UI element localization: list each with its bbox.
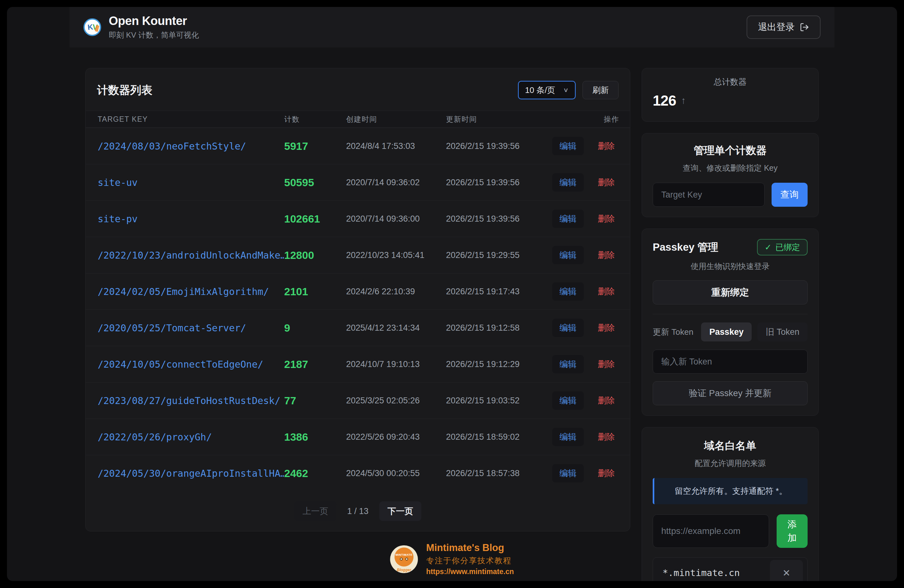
row-key-link[interactable]: /2020/05/25/Tomcat-Server/ bbox=[86, 322, 284, 334]
manage-counter-title: 管理单个计数器 bbox=[653, 144, 808, 158]
row-actions: 编辑 删除 bbox=[550, 246, 630, 264]
app-subtitle: 即刻 KV 计数，简单可视化 bbox=[109, 30, 199, 40]
row-created-time: 2025/3/25 02:05:26 bbox=[346, 396, 446, 406]
owl-eyes-icon bbox=[400, 558, 408, 561]
page-size-value: 10 条/页 bbox=[525, 85, 555, 96]
delete-button[interactable]: 删除 bbox=[592, 464, 621, 482]
edit-button[interactable]: 编辑 bbox=[552, 428, 584, 446]
counter-list-card: 计数器列表 10 条/页 ∨ 刷新 TARGET KEY 计数 创建时间 更新时… bbox=[85, 68, 630, 531]
app-title: Open Kounter bbox=[109, 14, 199, 28]
tab-old-token[interactable]: 旧 Token bbox=[757, 322, 808, 341]
logout-icon bbox=[800, 22, 809, 32]
add-domain-button[interactable]: 添加 bbox=[777, 514, 808, 548]
row-updated-time: 2026/2/15 19:39:56 bbox=[446, 141, 550, 151]
footer: MINTIMATE Blogger Mintimate's Blog 专注于你分… bbox=[390, 542, 514, 576]
delete-button[interactable]: 删除 bbox=[592, 319, 621, 337]
passkey-card: Passkey 管理 ✓ 已绑定 使用生物识别快速登录 重新绑定 更新 Toke… bbox=[642, 229, 819, 416]
logout-button[interactable]: 退出登录 bbox=[747, 16, 820, 39]
delete-button[interactable]: 删除 bbox=[592, 173, 621, 191]
delete-button[interactable]: 删除 bbox=[592, 391, 621, 410]
row-created-time: 2022/5/26 09:20:43 bbox=[346, 432, 446, 442]
row-updated-time: 2026/2/15 19:17:43 bbox=[446, 287, 550, 297]
row-created-time: 2025/4/12 23:14:34 bbox=[346, 323, 446, 333]
passkey-title: Passkey 管理 bbox=[653, 240, 718, 254]
row-key-link[interactable]: /2024/02/05/EmojiMixAlgorithm/ bbox=[86, 286, 284, 297]
refresh-button[interactable]: 刷新 bbox=[583, 81, 619, 99]
row-count: 9 bbox=[284, 322, 346, 334]
counter-list-header: 计数器列表 10 条/页 ∨ 刷新 bbox=[86, 68, 630, 111]
table-row: /2020/05/25/Tomcat-Server/ 9 2025/4/12 2… bbox=[86, 310, 630, 346]
row-created-time: 2020/7/14 09:36:00 bbox=[346, 214, 446, 224]
logout-label: 退出登录 bbox=[758, 21, 795, 33]
total-counters-value: 126 bbox=[653, 92, 676, 109]
row-key-link[interactable]: /2024/05/30/orangeAIproInstallHA… bbox=[86, 468, 284, 479]
app-container: K V Open Kounter 即刻 KV 计数，简单可视化 退出登录 bbox=[7, 7, 897, 581]
row-key-link[interactable]: site-uv bbox=[86, 177, 284, 188]
domain-input[interactable] bbox=[653, 514, 769, 548]
table-row: /2024/10/05/connectToEdgeOne/ 2187 2024/… bbox=[86, 346, 630, 382]
table-row: /2022/05/26/proxyGh/ 1386 2022/5/26 09:2… bbox=[86, 419, 630, 455]
manage-counter-form: 查询 bbox=[653, 183, 808, 207]
divider bbox=[653, 314, 808, 314]
delete-button[interactable]: 删除 bbox=[592, 137, 621, 155]
delete-button[interactable]: 删除 bbox=[592, 428, 621, 446]
whitelist-add-form: 添加 bbox=[653, 514, 808, 548]
row-updated-time: 2026/2/15 19:03:52 bbox=[446, 396, 550, 406]
mintimate-logo-inner: MINTIMATE bbox=[395, 547, 413, 566]
delete-button[interactable]: 删除 bbox=[592, 210, 621, 228]
app-header: K V Open Kounter 即刻 KV 计数，简单可视化 退出登录 bbox=[70, 7, 834, 47]
row-actions: 编辑 删除 bbox=[550, 355, 630, 373]
row-actions: 编辑 删除 bbox=[550, 137, 630, 155]
delete-button[interactable]: 删除 bbox=[592, 282, 621, 300]
row-created-time: 2024/5/30 00:20:55 bbox=[346, 468, 446, 478]
edit-button[interactable]: 编辑 bbox=[552, 173, 584, 191]
row-key-link[interactable]: site-pv bbox=[86, 213, 284, 224]
edit-button[interactable]: 编辑 bbox=[552, 210, 584, 228]
target-key-input[interactable] bbox=[653, 183, 765, 207]
edit-button[interactable]: 编辑 bbox=[552, 319, 584, 337]
row-count: 5917 bbox=[284, 140, 346, 152]
row-key-link[interactable]: /2024/10/05/connectToEdgeOne/ bbox=[86, 359, 284, 370]
previous-page-button[interactable]: 上一页 bbox=[294, 501, 336, 521]
edit-button[interactable]: 编辑 bbox=[552, 355, 584, 373]
passkey-title-row: Passkey 管理 ✓ 已绑定 bbox=[653, 239, 808, 255]
edit-button[interactable]: 编辑 bbox=[552, 464, 584, 482]
edit-button[interactable]: 编辑 bbox=[552, 282, 584, 300]
new-token-input[interactable] bbox=[653, 349, 808, 374]
query-button[interactable]: 查询 bbox=[771, 183, 808, 207]
row-updated-time: 2026/2/15 19:12:29 bbox=[446, 359, 550, 369]
row-created-time: 2024/2/6 22:10:39 bbox=[346, 287, 446, 297]
pagination: 上一页 1 / 13 下一页 bbox=[86, 491, 630, 531]
page-size-select[interactable]: 10 条/页 ∨ bbox=[518, 81, 575, 99]
whitelist-items: *.mintimate.cn ✕ mintimate.cn ✕ bbox=[653, 557, 808, 581]
edit-button[interactable]: 编辑 bbox=[552, 391, 584, 410]
footer-url-link[interactable]: https://www.mintimate.cn bbox=[426, 567, 514, 576]
row-key-link[interactable]: /2022/05/26/proxyGh/ bbox=[86, 432, 284, 443]
row-key-link[interactable]: /2023/08/27/guideToHostRustDesk/ bbox=[86, 395, 284, 406]
rebind-button[interactable]: 重新绑定 bbox=[653, 280, 808, 304]
table-header-row: TARGET KEY 计数 创建时间 更新时间 操作 bbox=[86, 111, 630, 128]
footer-text: Mintimate's Blog 专注于你分享技术教程 https://www.… bbox=[426, 542, 514, 576]
row-key-link[interactable]: /2024/08/03/neoFetchStyle/ bbox=[86, 141, 284, 152]
verify-passkey-button[interactable]: 验证 Passkey 并更新 bbox=[653, 381, 808, 405]
row-created-time: 2022/10/23 14:05:41 bbox=[346, 250, 446, 260]
footer-tagline: 专注于你分享技术教程 bbox=[426, 555, 514, 566]
domain-whitelist-card: 域名白名单 配置允许调用的来源 留空允许所有。支持通配符 *。 添加 *.min… bbox=[642, 427, 819, 581]
tab-passkey[interactable]: Passkey bbox=[701, 322, 752, 341]
table-row: /2024/02/05/EmojiMixAlgorithm/ 2101 2024… bbox=[86, 273, 630, 310]
row-actions: 编辑 删除 bbox=[550, 428, 630, 446]
row-count: 1386 bbox=[284, 431, 346, 443]
mintimate-logo-sub: Blogger bbox=[390, 568, 418, 572]
next-page-button[interactable]: 下一页 bbox=[379, 501, 421, 521]
brand-text: Open Kounter 即刻 KV 计数，简单可视化 bbox=[109, 14, 199, 40]
row-key-link[interactable]: /2022/10/23/androidUnlockAndMake… bbox=[86, 250, 284, 261]
edit-button[interactable]: 编辑 bbox=[552, 137, 584, 155]
whitelist-item: *.mintimate.cn ✕ bbox=[653, 557, 808, 581]
delete-button[interactable]: 删除 bbox=[592, 355, 621, 373]
edit-button[interactable]: 编辑 bbox=[552, 246, 584, 264]
total-counters-card: 总计数器 126 ↑ bbox=[642, 68, 819, 122]
table-row: /2024/05/30/orangeAIproInstallHA… 2462 2… bbox=[86, 455, 630, 491]
delete-button[interactable]: 删除 bbox=[592, 246, 621, 264]
remove-domain-button[interactable]: ✕ bbox=[770, 560, 803, 581]
row-count: 2462 bbox=[284, 467, 346, 480]
